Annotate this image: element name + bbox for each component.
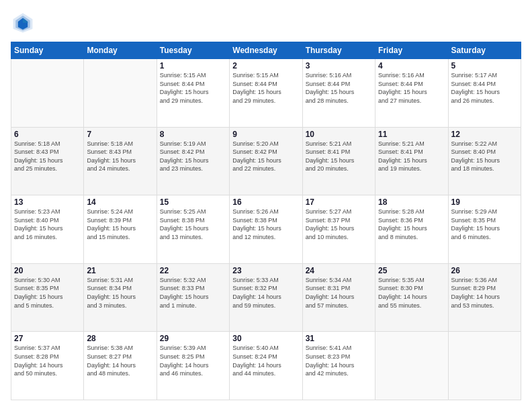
weekday-header: Sunday xyxy=(11,42,84,59)
day-info: Sunrise: 5:40 AM Sunset: 8:24 PM Dayligh… xyxy=(232,344,299,377)
day-number: 1 xyxy=(160,61,226,71)
weekday-header: Friday xyxy=(375,42,448,59)
calendar-cell: 24Sunrise: 5:34 AM Sunset: 8:31 PM Dayli… xyxy=(302,263,375,332)
day-number: 24 xyxy=(306,266,372,275)
day-info: Sunrise: 5:37 AM Sunset: 8:28 PM Dayligh… xyxy=(14,344,81,377)
day-info: Sunrise: 5:17 AM Sunset: 8:44 PM Dayligh… xyxy=(451,71,518,105)
day-number: 13 xyxy=(14,197,81,207)
calendar-cell: 1Sunrise: 5:15 AM Sunset: 8:44 PM Daylig… xyxy=(157,59,229,128)
day-info: Sunrise: 5:30 AM Sunset: 8:35 PM Dayligh… xyxy=(14,276,81,310)
weekday-header-row: SundayMondayTuesdayWednesdayThursdayFrid… xyxy=(11,42,521,59)
day-number: 3 xyxy=(306,61,372,71)
day-number: 19 xyxy=(451,197,518,207)
calendar-cell: 2Sunrise: 5:15 AM Sunset: 8:44 PM Daylig… xyxy=(230,59,302,128)
calendar-cell xyxy=(375,332,448,400)
calendar-cell: 31Sunrise: 5:41 AM Sunset: 8:23 PM Dayli… xyxy=(302,332,375,400)
day-number: 31 xyxy=(306,334,372,343)
day-info: Sunrise: 5:41 AM Sunset: 8:23 PM Dayligh… xyxy=(306,344,372,377)
day-number: 5 xyxy=(451,61,518,71)
day-info: Sunrise: 5:16 AM Sunset: 8:44 PM Dayligh… xyxy=(378,71,445,105)
calendar-cell: 15Sunrise: 5:25 AM Sunset: 8:38 PM Dayli… xyxy=(157,195,229,264)
calendar-cell: 22Sunrise: 5:32 AM Sunset: 8:33 PM Dayli… xyxy=(157,263,229,332)
calendar-cell: 27Sunrise: 5:37 AM Sunset: 8:28 PM Dayli… xyxy=(11,332,84,400)
day-number: 6 xyxy=(14,130,81,139)
calendar-week-row: 6Sunrise: 5:18 AM Sunset: 8:43 PM Daylig… xyxy=(11,127,521,195)
day-number: 14 xyxy=(87,197,153,207)
calendar-week-row: 1Sunrise: 5:15 AM Sunset: 8:44 PM Daylig… xyxy=(11,59,521,128)
calendar-cell: 3Sunrise: 5:16 AM Sunset: 8:44 PM Daylig… xyxy=(302,59,375,128)
calendar-cell: 13Sunrise: 5:23 AM Sunset: 8:40 PM Dayli… xyxy=(11,195,84,264)
calendar-cell: 14Sunrise: 5:24 AM Sunset: 8:39 PM Dayli… xyxy=(84,195,157,264)
day-info: Sunrise: 5:36 AM Sunset: 8:29 PM Dayligh… xyxy=(451,276,518,310)
day-number: 16 xyxy=(232,197,299,207)
day-number: 25 xyxy=(378,266,445,275)
day-number: 28 xyxy=(87,334,153,343)
calendar-cell: 25Sunrise: 5:35 AM Sunset: 8:30 PM Dayli… xyxy=(375,263,448,332)
calendar-cell: 11Sunrise: 5:21 AM Sunset: 8:41 PM Dayli… xyxy=(375,127,448,195)
day-number: 17 xyxy=(306,197,372,207)
day-info: Sunrise: 5:35 AM Sunset: 8:30 PM Dayligh… xyxy=(378,276,445,310)
day-info: Sunrise: 5:27 AM Sunset: 8:37 PM Dayligh… xyxy=(306,208,372,241)
calendar-week-row: 13Sunrise: 5:23 AM Sunset: 8:40 PM Dayli… xyxy=(11,195,521,264)
day-info: Sunrise: 5:21 AM Sunset: 8:41 PM Dayligh… xyxy=(378,140,445,173)
calendar-cell: 9Sunrise: 5:20 AM Sunset: 8:42 PM Daylig… xyxy=(230,127,302,195)
day-info: Sunrise: 5:20 AM Sunset: 8:42 PM Dayligh… xyxy=(232,140,299,173)
day-info: Sunrise: 5:32 AM Sunset: 8:33 PM Dayligh… xyxy=(160,276,226,310)
calendar-cell: 28Sunrise: 5:38 AM Sunset: 8:27 PM Dayli… xyxy=(84,332,157,400)
calendar-week-row: 20Sunrise: 5:30 AM Sunset: 8:35 PM Dayli… xyxy=(11,263,521,332)
header xyxy=(11,11,521,35)
day-info: Sunrise: 5:29 AM Sunset: 8:35 PM Dayligh… xyxy=(451,208,518,241)
calendar-cell: 21Sunrise: 5:31 AM Sunset: 8:34 PM Dayli… xyxy=(84,263,157,332)
day-info: Sunrise: 5:21 AM Sunset: 8:41 PM Dayligh… xyxy=(306,140,372,173)
page: SundayMondayTuesdayWednesdayThursdayFrid… xyxy=(0,0,532,411)
calendar-cell xyxy=(448,332,521,400)
day-number: 9 xyxy=(232,130,299,139)
day-number: 15 xyxy=(160,197,226,207)
weekday-header: Tuesday xyxy=(157,42,229,59)
day-info: Sunrise: 5:39 AM Sunset: 8:25 PM Dayligh… xyxy=(160,344,226,377)
day-number: 20 xyxy=(14,266,81,275)
calendar-cell: 26Sunrise: 5:36 AM Sunset: 8:29 PM Dayli… xyxy=(448,263,521,332)
calendar-cell: 23Sunrise: 5:33 AM Sunset: 8:32 PM Dayli… xyxy=(230,263,302,332)
weekday-header: Saturday xyxy=(448,42,521,59)
calendar-cell: 19Sunrise: 5:29 AM Sunset: 8:35 PM Dayli… xyxy=(448,195,521,264)
calendar-cell xyxy=(11,59,84,128)
calendar-cell: 18Sunrise: 5:28 AM Sunset: 8:36 PM Dayli… xyxy=(375,195,448,264)
day-number: 4 xyxy=(378,61,445,71)
day-number: 2 xyxy=(232,61,299,71)
day-info: Sunrise: 5:18 AM Sunset: 8:43 PM Dayligh… xyxy=(14,140,81,173)
day-number: 21 xyxy=(87,266,153,275)
day-info: Sunrise: 5:33 AM Sunset: 8:32 PM Dayligh… xyxy=(232,276,299,310)
day-info: Sunrise: 5:19 AM Sunset: 8:42 PM Dayligh… xyxy=(160,140,226,173)
day-number: 18 xyxy=(378,197,445,207)
day-number: 23 xyxy=(232,266,299,275)
day-info: Sunrise: 5:31 AM Sunset: 8:34 PM Dayligh… xyxy=(87,276,153,310)
calendar-cell: 30Sunrise: 5:40 AM Sunset: 8:24 PM Dayli… xyxy=(230,332,302,400)
weekday-header: Thursday xyxy=(302,42,375,59)
logo xyxy=(11,11,38,35)
day-number: 10 xyxy=(306,130,372,139)
day-info: Sunrise: 5:16 AM Sunset: 8:44 PM Dayligh… xyxy=(306,71,372,105)
day-number: 30 xyxy=(232,334,299,343)
calendar-cell: 6Sunrise: 5:18 AM Sunset: 8:43 PM Daylig… xyxy=(11,127,84,195)
day-info: Sunrise: 5:22 AM Sunset: 8:40 PM Dayligh… xyxy=(451,140,518,173)
day-info: Sunrise: 5:24 AM Sunset: 8:39 PM Dayligh… xyxy=(87,208,153,241)
day-info: Sunrise: 5:15 AM Sunset: 8:44 PM Dayligh… xyxy=(160,71,226,105)
day-number: 26 xyxy=(451,266,518,275)
calendar-cell: 7Sunrise: 5:18 AM Sunset: 8:43 PM Daylig… xyxy=(84,127,157,195)
calendar-cell: 16Sunrise: 5:26 AM Sunset: 8:38 PM Dayli… xyxy=(230,195,302,264)
day-info: Sunrise: 5:34 AM Sunset: 8:31 PM Dayligh… xyxy=(306,276,372,310)
day-number: 11 xyxy=(378,130,445,139)
calendar-week-row: 27Sunrise: 5:37 AM Sunset: 8:28 PM Dayli… xyxy=(11,332,521,400)
calendar-header: SundayMondayTuesdayWednesdayThursdayFrid… xyxy=(11,42,521,59)
calendar-cell: 10Sunrise: 5:21 AM Sunset: 8:41 PM Dayli… xyxy=(302,127,375,195)
day-number: 8 xyxy=(160,130,226,139)
calendar-cell: 5Sunrise: 5:17 AM Sunset: 8:44 PM Daylig… xyxy=(448,59,521,128)
calendar-body: 1Sunrise: 5:15 AM Sunset: 8:44 PM Daylig… xyxy=(11,59,521,400)
day-number: 29 xyxy=(160,334,226,343)
logo-icon xyxy=(11,11,35,35)
day-info: Sunrise: 5:38 AM Sunset: 8:27 PM Dayligh… xyxy=(87,344,153,377)
day-info: Sunrise: 5:23 AM Sunset: 8:40 PM Dayligh… xyxy=(14,208,81,241)
day-info: Sunrise: 5:25 AM Sunset: 8:38 PM Dayligh… xyxy=(160,208,226,241)
day-info: Sunrise: 5:18 AM Sunset: 8:43 PM Dayligh… xyxy=(87,140,153,173)
